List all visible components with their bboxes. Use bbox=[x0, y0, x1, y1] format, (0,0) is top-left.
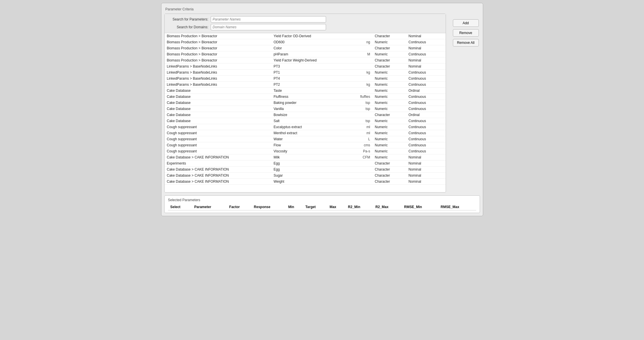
search-params-input[interactable] bbox=[211, 16, 326, 23]
cell-scale: Continuous bbox=[406, 39, 446, 45]
cell-scale: Nominal bbox=[406, 63, 446, 70]
cell-domain: Experiments bbox=[165, 160, 272, 167]
cell-domain: Cake Database bbox=[165, 94, 272, 100]
cell-domain: Cough suppressant bbox=[165, 130, 272, 136]
table-row[interactable]: Cough suppressantEucalyptus extractmlNum… bbox=[165, 124, 446, 130]
table-row[interactable]: Biomass Production > BioreactorOD600ngNu… bbox=[165, 39, 446, 45]
cell-scale: Nominal bbox=[406, 57, 446, 63]
table-row[interactable]: Biomass Production > BioreactorColorChar… bbox=[165, 45, 446, 51]
cell-domain: Cake Database > CAKE INFORMATION bbox=[165, 173, 272, 179]
cell-unit bbox=[356, 57, 373, 63]
cell-param: PT1 bbox=[271, 70, 356, 76]
cell-unit: kg bbox=[356, 82, 373, 88]
cell-unit: tsp bbox=[356, 100, 373, 106]
table-row[interactable]: LinkedParams > BaseNodeLinksPT3Character… bbox=[165, 63, 446, 70]
table-row[interactable]: Biomass Production > BioreactorpHParamMN… bbox=[165, 51, 446, 57]
cell-type: Numeric bbox=[372, 118, 406, 124]
cell-unit bbox=[356, 63, 373, 70]
table-row[interactable]: Cake DatabaseSalttspNumericContinuous bbox=[165, 118, 446, 124]
cell-param: Egg bbox=[271, 167, 356, 173]
table-row[interactable]: Cough suppressantFlowcmsNumericContinuou… bbox=[165, 142, 446, 148]
cell-unit: kg bbox=[356, 70, 373, 76]
cell-type: Numeric bbox=[372, 39, 406, 45]
cell-unit bbox=[356, 88, 373, 94]
selected-params-section: Selected Parameters SelectParameterFacto… bbox=[164, 195, 480, 213]
cell-unit: CFM bbox=[356, 154, 373, 160]
cell-domain: Cake Database bbox=[165, 100, 272, 106]
cell-domain: LinkedParams > BaseNodeLinks bbox=[165, 82, 272, 88]
cell-scale: Continuous bbox=[406, 136, 446, 142]
cell-domain: Cake Database bbox=[165, 88, 272, 94]
remove-button[interactable]: Remove bbox=[453, 29, 479, 37]
cell-param: OD600 bbox=[271, 39, 356, 45]
cell-scale: Continuous bbox=[406, 124, 446, 130]
cell-type: Numeric bbox=[372, 130, 406, 136]
cell-param: PT2 bbox=[271, 82, 356, 88]
selected-col-header: R2_Max bbox=[373, 204, 402, 210]
cell-param: PT4 bbox=[271, 76, 356, 82]
cell-scale: Continuous bbox=[406, 130, 446, 136]
cell-param: Sugar bbox=[271, 173, 356, 179]
table-row[interactable]: Cake Database > CAKE INFORMATIONWeightCh… bbox=[165, 179, 446, 185]
table-row[interactable]: LinkedParams > BaseNodeLinksPT2kgNumeric… bbox=[165, 82, 446, 88]
cell-domain: Cake Database bbox=[165, 112, 272, 118]
cell-domain: Cough suppressant bbox=[165, 136, 272, 142]
search-params-row: Search for Parameters: bbox=[168, 16, 442, 23]
table-row[interactable]: Cake Database > CAKE INFORMATIONMilkCFMN… bbox=[165, 154, 446, 160]
search-domains-input[interactable] bbox=[211, 24, 326, 30]
add-button[interactable]: Add bbox=[453, 19, 479, 27]
cell-domain: Cake Database bbox=[165, 106, 272, 112]
cell-param: Bowlsize bbox=[271, 112, 356, 118]
cell-unit bbox=[356, 45, 373, 51]
cell-type: Character bbox=[372, 112, 406, 118]
table-row[interactable]: Biomass Production > BioreactorYield Fac… bbox=[165, 33, 446, 39]
cell-type: Numeric bbox=[372, 142, 406, 148]
selected-col-header: Factor bbox=[227, 204, 252, 210]
table-row[interactable]: Cake Database > CAKE INFORMATIONSugarCha… bbox=[165, 173, 446, 179]
cell-domain: Biomass Production > Bioreactor bbox=[165, 39, 272, 45]
window-title: Parameter Criteria bbox=[161, 6, 483, 14]
cell-param: pHParam bbox=[271, 51, 356, 57]
cell-unit bbox=[356, 112, 373, 118]
cell-type: Character bbox=[372, 45, 406, 51]
cell-type: Numeric bbox=[372, 124, 406, 130]
cell-type: Numeric bbox=[372, 136, 406, 142]
remove-all-button[interactable]: Remove All bbox=[453, 39, 479, 46]
table-row[interactable]: Cake DatabaseVanillatspNumericContinuous bbox=[165, 106, 446, 112]
selected-col-header: RMSE_Max bbox=[438, 204, 476, 210]
cell-unit bbox=[356, 33, 373, 39]
cell-domain: LinkedParams > BaseNodeLinks bbox=[165, 63, 272, 70]
table-row[interactable]: LinkedParams > BaseNodeLinksPT1kgNumeric… bbox=[165, 70, 446, 76]
table-row[interactable]: Cake DatabaseTasteNumericOrdinal bbox=[165, 88, 446, 94]
table-row[interactable]: Cake Database > CAKE INFORMATIONEggChara… bbox=[165, 167, 446, 173]
left-panel: Search for Parameters: Search for Domain… bbox=[164, 14, 446, 193]
table-row[interactable]: LinkedParams > BaseNodeLinksPT4NumericCo… bbox=[165, 76, 446, 82]
cell-type: Character bbox=[372, 63, 406, 70]
selected-col-header: Response bbox=[252, 204, 286, 210]
table-row[interactable]: Cake DatabaseBowlsizeCharacterOrdinal bbox=[165, 112, 446, 118]
cell-scale: Nominal bbox=[406, 167, 446, 173]
cell-param: Taste bbox=[271, 88, 356, 94]
cell-unit: cms bbox=[356, 142, 373, 148]
table-row[interactable]: Cake DatabaseFluffinessfluffiesNumericCo… bbox=[165, 94, 446, 100]
cell-unit: ng bbox=[356, 39, 373, 45]
table-row[interactable]: Cough suppressantMenthol extractmlNumeri… bbox=[165, 130, 446, 136]
cell-type: Numeric bbox=[372, 100, 406, 106]
cell-type: Character bbox=[372, 167, 406, 173]
table-row[interactable]: Cough suppressantViscosityPa-sNumericCon… bbox=[165, 148, 446, 154]
table-row[interactable]: Cough suppressantWaterLNumericContinuous bbox=[165, 136, 446, 142]
cell-scale: Continuous bbox=[406, 70, 446, 76]
search-area: Search for Parameters: Search for Domain… bbox=[165, 14, 446, 33]
selected-col-header: Min bbox=[286, 204, 303, 210]
cell-domain: Cough suppressant bbox=[165, 148, 272, 154]
cell-domain: Cake Database > CAKE INFORMATION bbox=[165, 167, 272, 173]
table-row[interactable]: ExperimentsEggCharacterNominal bbox=[165, 160, 446, 167]
table-row[interactable]: Cake DatabaseBaking powdertspNumericCont… bbox=[165, 100, 446, 106]
table-row[interactable]: Biomass Production > BioreactorYield Fac… bbox=[165, 57, 446, 63]
cell-scale: Continuous bbox=[406, 82, 446, 88]
cell-domain: Cake Database bbox=[165, 118, 272, 124]
cell-param: Vanilla bbox=[271, 106, 356, 112]
cell-param: Egg bbox=[271, 160, 356, 167]
cell-type: Numeric bbox=[372, 70, 406, 76]
cell-scale: Continuous bbox=[406, 106, 446, 112]
